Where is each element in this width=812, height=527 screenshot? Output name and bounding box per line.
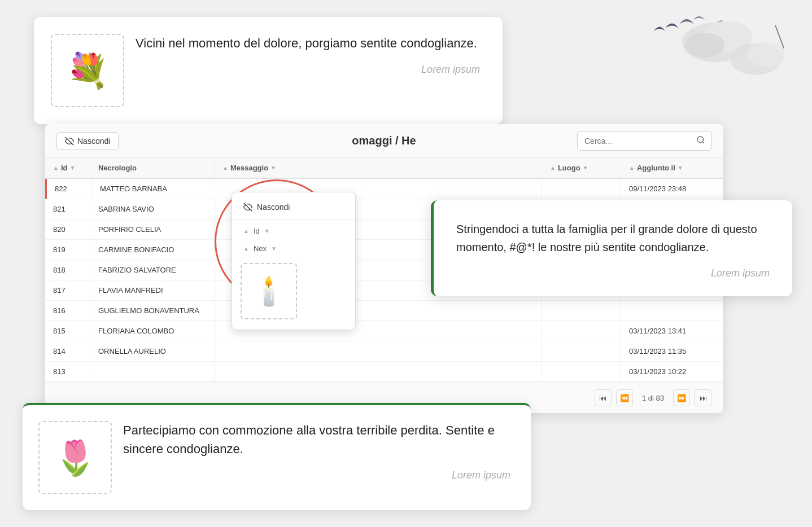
table-row[interactable]: 814 ORNELLA AURELIO 03/11/2023 11:35 xyxy=(45,341,723,362)
card-bottom-content: Partecipiamo con commozione alla vostra … xyxy=(123,421,510,481)
sort-down-icon-3[interactable]: ▼ xyxy=(583,165,588,171)
svg-point-10 xyxy=(697,137,704,143)
sort-down-icon[interactable]: ▼ xyxy=(69,165,75,171)
card-top-lorem: Lorem ipsum xyxy=(136,64,480,76)
sort-up-icon-3[interactable]: ▲ xyxy=(550,165,556,171)
cell-necrologio: ORNELLA AURELIO xyxy=(90,341,215,361)
card-top-content: Vicini nel momento del dolore, porgiamo … xyxy=(136,34,480,76)
cell-messaggio xyxy=(215,341,542,361)
cell-id: 819 xyxy=(45,240,90,260)
cell-id: 820 xyxy=(45,219,90,239)
last-page-button[interactable]: ⏭ xyxy=(695,389,711,406)
card-bottom-text: Partecipiamo con commozione alla vostra … xyxy=(123,421,510,458)
prev-page-button[interactable]: ⏪ xyxy=(616,389,633,406)
card-bottom-image: 🌷 xyxy=(38,421,112,494)
cell-id: 822 xyxy=(47,179,92,199)
svg-line-11 xyxy=(702,142,704,143)
dropdown-col-nex-row: ▲ Nex ▼ xyxy=(232,240,355,257)
cell-id: 821 xyxy=(45,199,90,219)
col-messaggio-header: ▲ Messaggio ▼ xyxy=(215,158,542,178)
cell-aggiunto: 03/11/2023 11:35 xyxy=(621,341,723,361)
cell-luogo xyxy=(542,179,621,199)
svg-point-5 xyxy=(685,33,724,58)
card-message: Stringendoci a tutta la famiglia per il … xyxy=(431,200,792,296)
cell-luogo xyxy=(542,301,621,320)
decorative-clouds xyxy=(671,14,784,84)
card-top-text: Vicini nel momento del dolore, porgiamo … xyxy=(136,34,480,52)
hide-button-label: Nascondi xyxy=(77,137,110,146)
hide-button[interactable]: Nascondi xyxy=(56,132,119,150)
cell-aggiunto: 09/11/2023 23:48 xyxy=(621,179,723,199)
cell-necrologio xyxy=(90,362,215,381)
col-id-header: ▲ Id ▼ xyxy=(45,158,90,178)
cell-messaggio xyxy=(215,362,542,381)
card-top-image: 💐 xyxy=(51,34,124,107)
page-info: 1 di 83 xyxy=(638,394,669,402)
cell-necrologio: MATTEO BARNABA xyxy=(92,179,216,199)
table-title: omaggi / He xyxy=(352,134,416,147)
dropdown-nascondi-button[interactable]: Nascondi xyxy=(232,197,355,217)
table-row[interactable]: 816 GUGLIELMO BONAVENTURA xyxy=(45,301,723,321)
cell-necrologio: CARMINE BONIFACIO xyxy=(90,240,215,260)
cell-necrologio: FABRIZIO SALVATORE xyxy=(90,260,215,280)
cell-id: 813 xyxy=(45,362,90,381)
cell-necrologio: SABRINA SAVIO xyxy=(90,199,215,219)
sort-down-icon-4[interactable]: ▼ xyxy=(678,165,683,171)
cell-necrologio: PORFIRIO CLELIA xyxy=(90,219,215,239)
table-row[interactable]: 815 FLORIANA COLOMBO 03/11/2023 13:41 xyxy=(45,321,723,341)
cell-aggiunto xyxy=(621,301,723,320)
card-bottom-lorem: Lorem ipsum xyxy=(123,469,510,481)
eye-off-icon-2 xyxy=(243,203,252,212)
card-bottom: 🌷 Partecipiamo con commozione alla vostr… xyxy=(23,403,531,510)
flowers-emoji: 💐 xyxy=(67,51,109,91)
cell-necrologio: GUGLIELMO BONAVENTURA xyxy=(90,301,215,320)
cell-luogo xyxy=(542,341,621,361)
cell-id: 818 xyxy=(45,260,90,280)
cell-luogo xyxy=(542,321,621,341)
col-necrologio-header: Necrologio xyxy=(90,158,215,178)
candle-image-box: 🕯️ xyxy=(241,263,297,319)
card-message-lorem: Lorem ipsum xyxy=(456,267,770,279)
col-aggiunto-header: ▲ Aggiunto il ▼ xyxy=(621,158,723,178)
dropdown-col-id-row: ▲ Id ▼ xyxy=(232,222,355,240)
search-button[interactable] xyxy=(691,131,711,150)
first-page-button[interactable]: ⏮ xyxy=(595,389,612,406)
table-toolbar: Nascondi omaggi / He xyxy=(45,124,723,158)
dropdown-divider xyxy=(232,219,355,220)
sort-up-icon-2[interactable]: ▲ xyxy=(222,165,228,171)
table-row[interactable]: 822 MATTEO BARNABA 09/11/2023 23:48 xyxy=(45,179,723,199)
search-input[interactable] xyxy=(578,133,691,150)
sort-up-icon-4[interactable]: ▲ xyxy=(629,165,635,171)
table-row[interactable]: 813 03/11/2023 10:22 xyxy=(45,362,723,382)
cell-aggiunto: 03/11/2023 10:22 xyxy=(621,362,723,381)
search-box xyxy=(577,131,711,151)
dropdown-nascondi-label: Nascondi xyxy=(257,203,290,212)
sort-up-icon[interactable]: ▲ xyxy=(53,165,59,171)
cell-id: 817 xyxy=(45,280,90,300)
col-luogo-header: ▲ Luogo ▼ xyxy=(542,158,621,178)
cell-id: 814 xyxy=(45,341,90,361)
search-icon xyxy=(696,135,705,144)
table-header: ▲ Id ▼ Necrologio ▲ Messaggio ▼ ▲ Luogo … xyxy=(45,158,723,179)
eye-off-icon xyxy=(65,137,74,146)
cell-necrologio: FLORIANA COLOMBO xyxy=(90,321,215,341)
card-top: 💐 Vicini nel momento del dolore, porgiam… xyxy=(34,17,503,124)
cell-id: 815 xyxy=(45,321,90,341)
cell-id: 816 xyxy=(45,301,90,320)
card-message-text: Stringendoci a tutta la famiglia per il … xyxy=(456,220,770,256)
cell-luogo xyxy=(542,362,621,381)
tulips-emoji: 🌷 xyxy=(54,438,97,478)
next-page-button[interactable]: ⏩ xyxy=(673,389,690,406)
cell-aggiunto: 03/11/2023 13:41 xyxy=(621,321,723,341)
dropdown-popup: Nascondi ▲ Id ▼ ▲ Nex ▼ 🕯️ xyxy=(232,192,356,330)
cell-necrologio: FLAVIA MANFREDI xyxy=(90,280,215,300)
sort-down-icon-2[interactable]: ▼ xyxy=(270,165,276,171)
